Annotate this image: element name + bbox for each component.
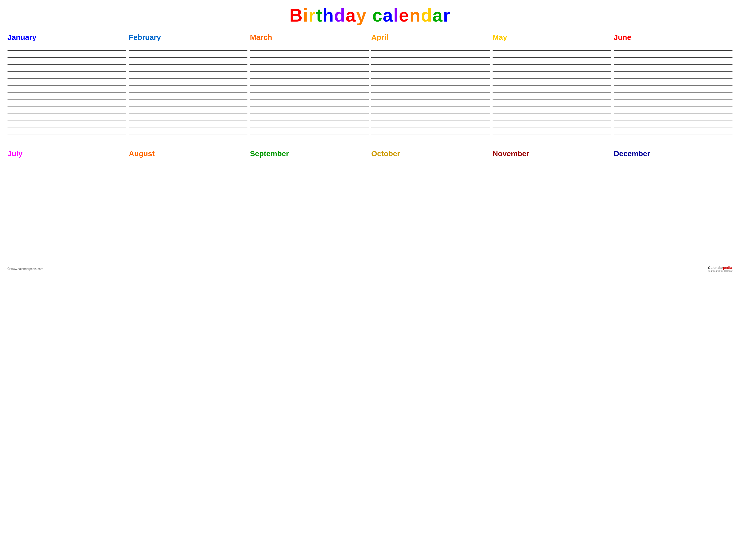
entry-line[interactable]	[492, 202, 612, 209]
entry-line[interactable]	[371, 51, 490, 58]
entry-line[interactable]	[492, 86, 612, 93]
entry-line[interactable]	[492, 107, 612, 114]
entry-line[interactable]	[250, 202, 369, 209]
entry-line[interactable]	[250, 93, 369, 100]
entry-line[interactable]	[492, 160, 612, 167]
entry-line[interactable]	[492, 251, 612, 258]
entry-line[interactable]	[614, 174, 733, 181]
entry-line[interactable]	[250, 174, 369, 181]
entry-line[interactable]	[492, 58, 612, 65]
entry-line[interactable]	[371, 100, 490, 107]
entry-line[interactable]	[614, 223, 733, 230]
entry-line[interactable]	[492, 244, 612, 251]
entry-line[interactable]	[614, 244, 733, 251]
entry-line[interactable]	[614, 93, 733, 100]
entry-line[interactable]	[614, 100, 733, 107]
entry-line[interactable]	[614, 128, 733, 135]
entry-line[interactable]	[250, 237, 369, 244]
entry-line[interactable]	[250, 230, 369, 237]
entry-line[interactable]	[614, 251, 733, 258]
entry-line[interactable]	[7, 135, 126, 142]
entry-line[interactable]	[371, 65, 490, 72]
entry-line[interactable]	[129, 181, 248, 188]
entry-line[interactable]	[250, 167, 369, 174]
entry-line[interactable]	[492, 72, 612, 79]
entry-line[interactable]	[250, 121, 369, 128]
entry-line[interactable]	[614, 86, 733, 93]
entry-line[interactable]	[7, 107, 126, 114]
entry-line[interactable]	[492, 114, 612, 121]
entry-line[interactable]	[7, 43, 126, 51]
entry-line[interactable]	[129, 121, 248, 128]
entry-line[interactable]	[129, 230, 248, 237]
entry-line[interactable]	[250, 51, 369, 58]
entry-line[interactable]	[7, 181, 126, 188]
entry-line[interactable]	[250, 135, 369, 142]
entry-line[interactable]	[614, 72, 733, 79]
entry-line[interactable]	[614, 209, 733, 216]
entry-line[interactable]	[129, 128, 248, 135]
entry-line[interactable]	[250, 43, 369, 51]
entry-line[interactable]	[129, 174, 248, 181]
entry-line[interactable]	[371, 121, 490, 128]
entry-line[interactable]	[492, 237, 612, 244]
entry-line[interactable]	[7, 128, 126, 135]
entry-line[interactable]	[371, 128, 490, 135]
entry-line[interactable]	[614, 58, 733, 65]
entry-line[interactable]	[614, 160, 733, 167]
entry-line[interactable]	[492, 65, 612, 72]
entry-line[interactable]	[7, 230, 126, 237]
entry-line[interactable]	[250, 79, 369, 86]
entry-line[interactable]	[7, 188, 126, 195]
entry-line[interactable]	[7, 65, 126, 72]
entry-line[interactable]	[7, 93, 126, 100]
entry-line[interactable]	[492, 230, 612, 237]
entry-line[interactable]	[371, 114, 490, 121]
entry-line[interactable]	[492, 128, 612, 135]
entry-line[interactable]	[614, 202, 733, 209]
entry-line[interactable]	[371, 72, 490, 79]
entry-line[interactable]	[371, 216, 490, 223]
entry-line[interactable]	[7, 72, 126, 79]
entry-line[interactable]	[7, 209, 126, 216]
entry-line[interactable]	[250, 86, 369, 93]
entry-line[interactable]	[371, 223, 490, 230]
entry-line[interactable]	[492, 181, 612, 188]
entry-line[interactable]	[7, 216, 126, 223]
entry-line[interactable]	[7, 100, 126, 107]
entry-line[interactable]	[614, 107, 733, 114]
entry-line[interactable]	[7, 195, 126, 202]
entry-line[interactable]	[7, 251, 126, 258]
entry-line[interactable]	[7, 167, 126, 174]
entry-line[interactable]	[250, 223, 369, 230]
entry-line[interactable]	[371, 202, 490, 209]
entry-line[interactable]	[492, 188, 612, 195]
entry-line[interactable]	[250, 65, 369, 72]
entry-line[interactable]	[129, 65, 248, 72]
entry-line[interactable]	[129, 43, 248, 51]
entry-line[interactable]	[371, 167, 490, 174]
entry-line[interactable]	[492, 223, 612, 230]
entry-line[interactable]	[614, 65, 733, 72]
entry-line[interactable]	[129, 72, 248, 79]
entry-line[interactable]	[7, 51, 126, 58]
entry-line[interactable]	[492, 174, 612, 181]
entry-line[interactable]	[129, 188, 248, 195]
entry-line[interactable]	[371, 43, 490, 51]
entry-line[interactable]	[250, 72, 369, 79]
entry-line[interactable]	[7, 160, 126, 167]
entry-line[interactable]	[614, 114, 733, 121]
entry-line[interactable]	[250, 195, 369, 202]
entry-line[interactable]	[7, 86, 126, 93]
entry-line[interactable]	[7, 202, 126, 209]
entry-line[interactable]	[129, 202, 248, 209]
entry-line[interactable]	[250, 209, 369, 216]
entry-line[interactable]	[129, 167, 248, 174]
entry-line[interactable]	[129, 223, 248, 230]
entry-line[interactable]	[129, 114, 248, 121]
entry-line[interactable]	[371, 174, 490, 181]
entry-line[interactable]	[250, 128, 369, 135]
entry-line[interactable]	[250, 58, 369, 65]
entry-line[interactable]	[129, 135, 248, 142]
entry-line[interactable]	[492, 209, 612, 216]
